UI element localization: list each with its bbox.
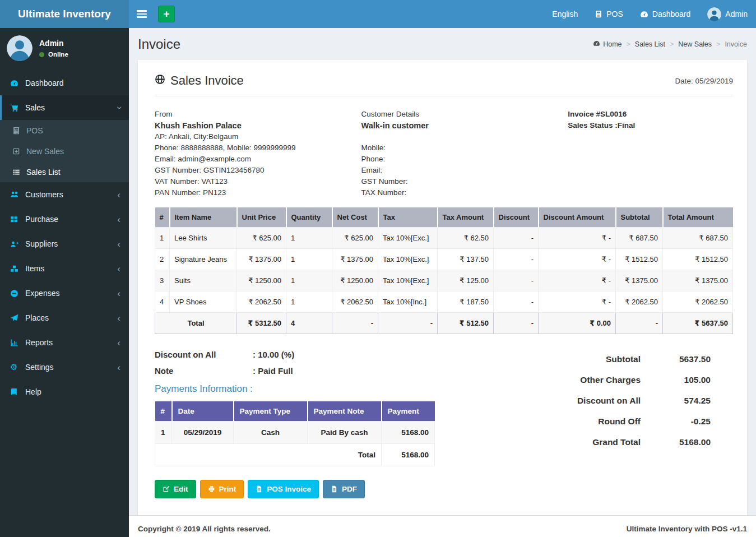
sidebar-item-expenses[interactable]: Expenses ‹ — [0, 281, 129, 305]
item-cell: ₹ 625.00 — [332, 228, 378, 249]
customer-name: Walk-in customer — [361, 120, 568, 131]
sidebar: Admin Online Dashboard Sales ‹ POS — [0, 28, 129, 537]
sidebar-item-reports[interactable]: Reports ‹ — [0, 330, 129, 355]
sidebar-item-pos[interactable]: POS — [0, 120, 129, 141]
sidebar-item-dashboard[interactable]: Dashboard — [0, 71, 129, 95]
col-header: Tax — [378, 207, 438, 228]
item-cell: ₹ 1512.50 — [663, 249, 733, 270]
summary-row: Grand Total 5168.00 — [548, 437, 711, 447]
sidebar-item-label: Dashboard — [25, 78, 120, 87]
col-header: Payment Type — [234, 401, 308, 422]
items-total-row: Total ₹ 5312.50 4 - - ₹ 512.50 - ₹ 0.00 … — [155, 313, 733, 334]
note-label: Note — [155, 366, 253, 376]
invoice-title: Sales Invoice — [155, 73, 244, 88]
item-cell: ₹ 687.50 — [616, 228, 663, 249]
pencil-icon — [163, 485, 170, 493]
from-block: From Khush Fashion Palace AP: Ankali, Ci… — [155, 109, 361, 198]
summary-label: Discount on All — [577, 396, 641, 406]
home-icon — [593, 40, 600, 49]
cart-icon — [10, 104, 25, 112]
item-cell: ₹ 1250.00 — [332, 270, 378, 291]
dashboard-icon — [10, 79, 25, 87]
item-cell: ₹ 2062.50 — [237, 291, 286, 313]
sidebar-item-label: Places — [25, 313, 117, 322]
invoice-card: Sales Invoice Date: 05/29/2019 From Khus… — [138, 60, 747, 515]
sidebar-item-items[interactable]: Items ‹ — [0, 256, 129, 281]
list-icon — [12, 168, 26, 176]
users-icon — [10, 190, 25, 199]
sidebar-item-label: Reports — [25, 338, 117, 347]
plus-icon: + — [163, 8, 169, 20]
user-menu[interactable]: Admin — [699, 0, 756, 28]
sidebar-item-label: Sales List — [26, 168, 120, 177]
item-cell: 2 — [155, 249, 170, 270]
breadcrumb-home[interactable]: Home — [593, 40, 622, 49]
print-button-label: Print — [219, 485, 236, 493]
app: Ultimate Inventory + English POS Dashboa… — [0, 0, 756, 537]
hamburger-icon[interactable] — [129, 0, 155, 28]
table-row: 4 VP Shoes ₹ 2062.50 1 ₹ 2062.50 Tax 10%… — [155, 291, 733, 313]
paper-plane-icon — [10, 314, 25, 322]
sidebar-item-label: POS — [26, 126, 120, 135]
nav-dashboard-link[interactable]: Dashboard — [632, 0, 699, 28]
summary-row: Subtotal 5637.50 — [548, 354, 711, 364]
from-line: GST Number: GSTIN123456780 — [155, 165, 361, 176]
item-cell: ₹ 1375.00 — [332, 249, 378, 270]
total-cell: - — [332, 313, 378, 334]
item-cell: ₹ 1375.00 — [616, 270, 663, 291]
customer-heading: Customer Details — [361, 109, 568, 120]
sidebar-item-new-sales[interactable]: New Sales — [0, 141, 129, 161]
lower-left: Discount on All : 10.00 (%) Note : Paid … — [155, 350, 435, 498]
copyright-text: Copyright © 2019 All rights reserved. — [138, 525, 271, 533]
summary-row: Other Charges 105.00 — [548, 375, 711, 385]
summary-label: Subtotal — [606, 354, 641, 364]
sidebar-item-suppliers[interactable]: Suppliers ‹ — [0, 232, 129, 256]
sidebar-item-help[interactable]: Help — [0, 379, 129, 404]
note-value: : Paid Full — [253, 366, 293, 376]
pdf-button[interactable]: PDF — [323, 480, 365, 498]
summary-value: 5637.50 — [641, 354, 711, 364]
breadcrumb-sales-list[interactable]: Sales List — [635, 40, 665, 48]
items-header-row: # Item Name Unit Price Quantity Net Cost… — [155, 207, 733, 228]
customer-line: Email: — [361, 165, 568, 176]
item-cell: Tax 10%[Exc.] — [378, 249, 438, 270]
item-cell: ₹ - — [539, 291, 616, 313]
payment-cell: Cash — [234, 422, 308, 444]
user-menu-label: Admin — [725, 10, 748, 18]
col-header: Total Amount — [663, 207, 733, 228]
pos-invoice-button-label: POS Invoice — [267, 485, 311, 493]
from-line: Email: admin@example.com — [155, 154, 361, 165]
sidebar-item-settings[interactable]: ⚙ Settings ‹ — [0, 355, 129, 379]
item-cell: ₹ 1375.00 — [663, 270, 733, 291]
item-cell: Tax 10%[Inc.] — [378, 291, 438, 313]
sidebar-item-sales[interactable]: Sales ‹ — [0, 95, 129, 120]
breadcrumb-new-sales[interactable]: New Sales — [678, 40, 712, 48]
sales-submenu: POS New Sales Sales List — [0, 120, 129, 182]
nav-pos-link[interactable]: POS — [586, 0, 632, 28]
pos-invoice-button[interactable]: POS Invoice — [248, 480, 319, 498]
sidebar-user-name: Admin — [39, 39, 68, 48]
sidebar-item-purchase[interactable]: Purchase ‹ — [0, 207, 129, 232]
sidebar-menu: Dashboard Sales ‹ POS New Sales — [0, 71, 129, 404]
brand-logo[interactable]: Ultimate Inventory — [0, 0, 129, 28]
sidebar-item-places[interactable]: Places ‹ — [0, 305, 129, 330]
item-cell: - — [494, 291, 539, 313]
print-button[interactable]: Print — [200, 480, 244, 498]
payments-total-value: 5168.00 — [382, 444, 435, 466]
from-line: VAT Number: VAT123 — [155, 176, 361, 187]
minus-circle-icon — [10, 289, 25, 298]
customer-block: Customer Details Walk-in customer Mobile… — [361, 109, 568, 198]
from-name: Khush Fashion Palace — [155, 120, 361, 131]
item-cell: ₹ - — [539, 249, 616, 270]
language-menu[interactable]: English — [544, 0, 586, 28]
invoice-number: Invoice #SL0016 — [568, 109, 733, 120]
user-panel: Admin Online — [0, 28, 129, 68]
item-cell: ₹ 2062.50 — [616, 291, 663, 313]
sidebar-item-customers[interactable]: Customers ‹ — [0, 182, 129, 207]
edit-button[interactable]: Edit — [155, 480, 196, 498]
sidebar-item-sales-list[interactable]: Sales List — [0, 161, 129, 182]
chevron-left-icon: ‹ — [117, 338, 120, 348]
add-button[interactable]: + — [158, 6, 175, 22]
online-status-dot — [39, 52, 44, 57]
col-header: Payment — [382, 401, 435, 422]
